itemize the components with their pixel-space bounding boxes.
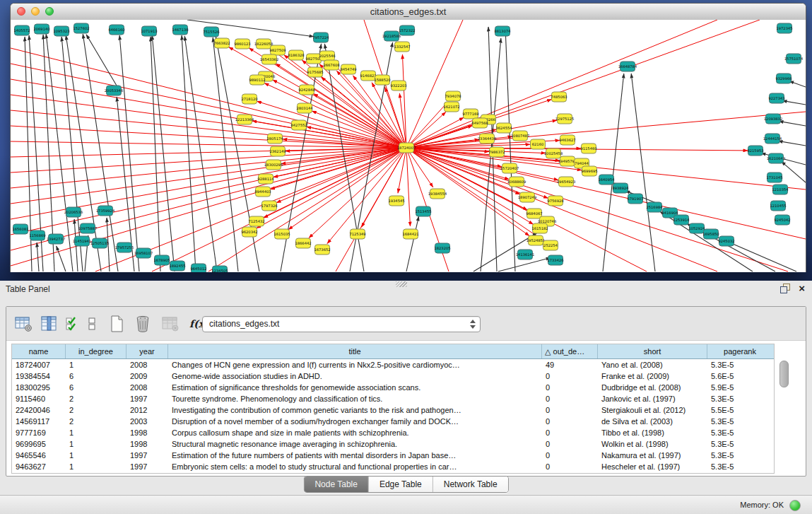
network-node[interactable]: 2069140 [33, 24, 49, 34]
network-node[interactable]: 1332547 [394, 42, 410, 52]
table-row[interactable]: 1830029562008Estimation of significance … [12, 382, 774, 393]
network-node[interactable]: 9699695 [581, 166, 597, 176]
network-node[interactable]: 1156869 [29, 230, 45, 240]
network-node[interactable]: 1210354 [772, 185, 789, 194]
network-node[interactable]: 2516984 [646, 202, 663, 212]
network-node[interactable]: 1972345 [776, 23, 792, 33]
network-node[interactable]: 10688609 [507, 177, 526, 187]
panel-resize-grip[interactable] [396, 281, 407, 287]
network-node[interactable]: 19218586 [382, 31, 401, 41]
column-header-year[interactable]: year [126, 344, 168, 358]
network-node[interactable]: 8186328 [288, 50, 304, 60]
network-node[interactable]: 3624554 [495, 123, 512, 133]
delete-icon[interactable] [134, 315, 151, 333]
network-node[interactable]: 9242848 [298, 85, 314, 95]
network-node[interactable]: 9827509 [269, 45, 286, 55]
network-node[interactable]: 252254 [543, 240, 558, 250]
table-row[interactable]: 1938455462009Genome-wide association stu… [12, 370, 774, 382]
network-node[interactable]: 1892455 [169, 261, 185, 271]
column-header-name[interactable]: name [12, 344, 66, 358]
network-node[interactable]: 18724007 [397, 143, 416, 153]
network-node[interactable]: 7125432 [248, 216, 264, 226]
network-node[interactable]: 62160 [531, 139, 546, 149]
network-node[interactable]: 1405572 [13, 25, 30, 35]
network-node[interactable]: 13942737 [47, 234, 65, 244]
network-node[interactable]: 6466160 [108, 25, 124, 35]
network-node[interactable]: 1678905 [153, 255, 170, 265]
import-table-icon[interactable] [161, 315, 180, 332]
network-node[interactable]: 1527602 [73, 23, 89, 33]
network-node[interactable]: 1731045 [766, 173, 782, 182]
network-node[interactable]: 9620342 [241, 227, 257, 237]
network-node[interactable]: 1934545 [388, 196, 404, 206]
table-scrollbar[interactable] [779, 359, 789, 472]
network-node[interactable]: 9227343 [768, 93, 784, 103]
network-node[interactable]: 1797326 [261, 201, 277, 211]
network-node[interactable]: 12213364 [235, 115, 254, 124]
network-node[interactable]: 8938924 [612, 183, 629, 193]
network-node[interactable]: 1695850 [702, 229, 719, 239]
network-node[interactable]: 1615182 [531, 223, 548, 233]
network-node[interactable]: 1615035 [273, 229, 290, 239]
network-node[interactable]: 1640954 [598, 175, 615, 185]
network-node[interactable]: 2025546 [319, 51, 335, 61]
network-node[interactable]: 1210455 [770, 201, 786, 211]
window-titlebar[interactable]: citations_edges.txt [11, 4, 806, 21]
network-node[interactable]: 11451941 [73, 236, 91, 246]
network-node[interactable]: 17957255 [115, 243, 134, 252]
network-node[interactable]: 6791907 [627, 194, 643, 204]
network-node[interactable]: 8427552 [290, 120, 307, 130]
network-node[interactable]: 7934078 [445, 91, 461, 101]
network-node[interactable]: 15720407 [500, 163, 519, 173]
network-node[interactable]: 1673652 [314, 245, 330, 255]
close-panel-icon[interactable]: × [799, 284, 805, 293]
network-node[interactable]: 1572322 [399, 25, 415, 35]
network-node[interactable]: 1253914 [673, 215, 690, 225]
table-row[interactable]: 946362711997Embryonic stem cells: a mode… [12, 461, 774, 472]
network-node[interactable]: 19384554 [428, 189, 447, 199]
column-header-title[interactable]: title [168, 344, 542, 358]
table-row[interactable]: 969969511998Structural magnetic resonanc… [12, 438, 774, 450]
table-row[interactable]: 1456911722003Disruption of a novel membe… [12, 416, 774, 427]
table-row[interactable]: 911546021997Tourette syndrome. Phenomeno… [12, 393, 774, 404]
column-header-in_degree[interactable]: in_degree [66, 344, 126, 358]
citation-network-canvas[interactable]: 1872400776638229860123182260589827509165… [11, 20, 806, 272]
network-node[interactable]: 9245032 [718, 236, 734, 246]
table-row[interactable]: 977716911998Corpus callosum shape and si… [12, 427, 774, 438]
network-node[interactable]: 17359924 [96, 206, 115, 216]
network-node[interactable]: 9288114 [257, 174, 274, 184]
network-node[interactable]: 1095323 [53, 26, 69, 36]
column-header-short[interactable]: short [598, 344, 707, 358]
network-node[interactable]: 19524851 [526, 235, 545, 245]
network-node[interactable]: 1467138 [172, 25, 188, 35]
network-node[interactable]: 23364436 [478, 134, 496, 144]
network-node[interactable]: 18907249 [518, 192, 536, 202]
network-node[interactable]: 1733426 [547, 255, 563, 265]
network-node[interactable]: 12505135 [90, 238, 109, 248]
network-node[interactable]: 16210643 [767, 153, 785, 163]
network-node[interactable]: 1588520 [374, 75, 390, 85]
network-node[interactable]: 1684421 [402, 229, 418, 239]
network-node[interactable]: 7125349 [349, 229, 365, 239]
network-node[interactable]: 2362149 [269, 146, 286, 156]
tab-network-table[interactable]: Network Table [433, 477, 508, 492]
network-node[interactable]: 9245042 [774, 215, 790, 225]
network-node[interactable]: 16543362 [260, 54, 278, 64]
network-node[interactable]: 1823205 [434, 243, 450, 253]
network-node[interactable]: 2718120 [241, 94, 257, 104]
show-column-icon[interactable] [40, 315, 57, 332]
network-node[interactable]: 10807487 [511, 131, 529, 141]
network-node[interactable]: 7485063 [551, 92, 567, 102]
table-select-dropdown[interactable]: citations_edges.txt [202, 316, 481, 332]
network-node[interactable]: 10975887 [78, 223, 97, 233]
network-node[interactable]: 1071913 [141, 26, 157, 36]
network-node[interactable]: 9777169 [462, 109, 478, 119]
network-node[interactable]: 8813074 [494, 26, 511, 36]
network-node[interactable]: 2805174 [266, 134, 283, 144]
table-row[interactable]: 1872400712008Changes of HCN gene express… [12, 359, 774, 370]
network-node[interactable]: 10025458 [544, 148, 563, 158]
network-node[interactable]: 16958107 [134, 248, 153, 258]
network-node[interactable]: 20206536 [64, 207, 83, 217]
network-node[interactable]: 6497568 [471, 118, 488, 128]
network-node[interactable]: 7957224 [312, 33, 329, 42]
